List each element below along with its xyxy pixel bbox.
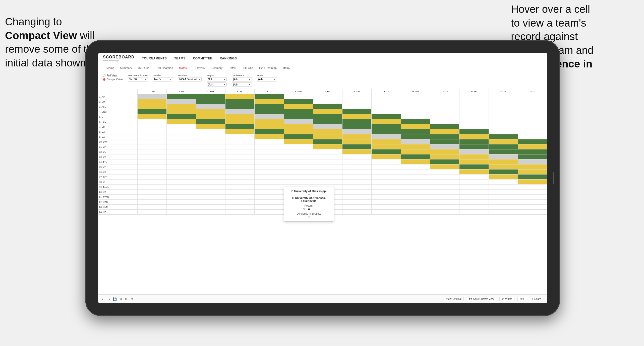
matrix-cell[interactable] [284,139,313,144]
matrix-cell[interactable] [430,149,459,154]
matrix-cell[interactable] [255,144,284,149]
matrix-cell[interactable] [401,205,430,210]
matrix-cell[interactable] [430,169,459,175]
matrix-cell[interactable] [196,180,225,185]
matrix-cell[interactable] [401,190,430,195]
matrix-cell[interactable] [372,185,401,190]
matrix-cell[interactable] [137,139,167,144]
matrix-cell[interactable] [137,205,167,210]
matrix-cell[interactable] [489,200,518,205]
matrix-cell[interactable] [342,139,372,144]
matrix-cell[interactable] [489,114,518,119]
matrix-cell[interactable] [284,94,313,99]
matrix-cell[interactable] [518,104,547,109]
matrix-cell[interactable] [459,200,489,205]
matrix-cell[interactable] [518,169,547,175]
matrix-cell[interactable] [167,200,196,205]
matrix-cell[interactable] [401,144,430,149]
compact-view-radio-row[interactable]: Compact View [103,78,123,81]
matrix-cell[interactable] [372,99,401,104]
matrix-cell[interactable] [225,190,255,195]
matrix-cell[interactable] [459,169,489,175]
matrix-cell[interactable] [459,104,489,109]
matrix-cell[interactable] [459,129,489,134]
matrix-cell[interactable] [459,164,489,169]
matrix-cell[interactable] [255,129,284,134]
matrix-cell[interactable] [313,144,342,149]
matrix-cell[interactable] [137,164,167,169]
matrix-cell[interactable] [489,104,518,109]
matrix-cell[interactable] [225,169,255,175]
matrix-cell[interactable] [459,180,489,185]
matrix-cell[interactable] [342,190,372,195]
matrix-cell[interactable] [459,99,489,104]
matrix-cell[interactable] [518,190,547,195]
matrix-cell[interactable] [459,144,489,149]
matrix-cell[interactable] [225,210,255,215]
matrix-cell[interactable] [430,180,459,185]
matrix-cell[interactable] [167,94,196,99]
save-icon[interactable]: 💾 [113,297,117,301]
matrix-cell[interactable] [313,119,342,124]
matrix-cell[interactable] [401,200,430,205]
matrix-cell[interactable] [342,180,372,185]
matrix-cell[interactable] [196,124,225,129]
matrix-cell[interactable] [342,185,372,190]
matrix-cell[interactable] [196,195,225,200]
matrix-cell[interactable] [430,159,459,164]
matrix-cell[interactable] [372,119,401,124]
matrix-cell[interactable] [489,149,518,154]
matrix-cell[interactable] [167,180,196,185]
matrix-cell[interactable] [342,144,372,149]
matrix-cell[interactable] [459,195,489,200]
matrix-cell[interactable] [255,154,284,159]
matrix-cell[interactable] [255,109,284,114]
matrix-cell[interactable] [342,205,372,210]
matrix-cell[interactable] [167,149,196,154]
matrix-cell[interactable] [401,169,430,175]
matrix-cell[interactable] [342,94,372,99]
matrix-cell[interactable] [225,195,255,200]
gender-select[interactable]: Men's [153,77,173,81]
matrix-cell[interactable] [489,124,518,129]
matrix-cell[interactable] [167,159,196,164]
matrix-cell[interactable] [167,124,196,129]
matrix-cell[interactable] [196,114,225,119]
matrix-cell[interactable] [518,134,547,139]
matrix-cell[interactable] [489,99,518,104]
matrix-cell[interactable] [225,185,255,190]
matrix-cell[interactable] [167,205,196,210]
matrix-cell[interactable] [401,180,430,185]
matrix-cell[interactable] [255,164,284,169]
matrix-cell[interactable] [196,154,225,159]
matrix-cell[interactable] [137,114,167,119]
matrix-cell[interactable] [225,200,255,205]
matrix-cell[interactable] [313,139,342,144]
matrix-cell[interactable] [313,114,342,119]
matrix-cell[interactable] [342,169,372,175]
matrix-cell[interactable] [137,94,167,99]
matrix-cell[interactable] [313,159,342,164]
matrix-cell[interactable] [313,175,342,180]
matrix-cell[interactable] [313,180,342,185]
matrix-cell[interactable] [459,149,489,154]
team-select[interactable]: (All) [257,77,277,81]
matrix-cell[interactable] [196,139,225,144]
matrix-cell[interactable] [518,200,547,205]
matrix-cell[interactable] [225,149,255,154]
matrix-cell[interactable] [430,94,459,99]
matrix-cell[interactable] [372,144,401,149]
matrix-cell[interactable] [255,149,284,154]
matrix-cell[interactable] [489,205,518,210]
sub-nav-h2h-grid[interactable]: H2H Grid [135,64,152,72]
matrix-cell[interactable] [459,94,489,99]
matrix-cell[interactable] [137,154,167,159]
matrix-cell[interactable] [518,119,547,124]
matrix-cell[interactable] [255,124,284,129]
matrix-cell[interactable] [137,159,167,164]
matrix-cell[interactable] [430,144,459,149]
reset-icon[interactable]: ⊙ [131,297,133,301]
matrix-cell[interactable] [459,114,489,119]
matrix-cell[interactable] [137,129,167,134]
matrix-cell[interactable] [167,109,196,114]
